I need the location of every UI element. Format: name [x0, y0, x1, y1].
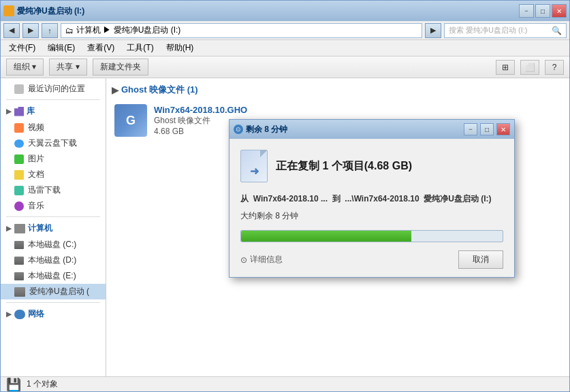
sidebar-item-images[interactable]: 图片 [1, 151, 106, 167]
image-icon [14, 154, 24, 164]
title-bar: 愛纯净U盘启动 (I:) － □ ✕ [1, 1, 569, 21]
cancel-button[interactable]: 取消 [458, 250, 503, 269]
back-button[interactable]: ◀ [3, 23, 20, 38]
up-button[interactable]: ↑ [42, 23, 58, 38]
recent-section: 最近访问的位置 [1, 81, 106, 100]
sidebar-item-downloads[interactable]: 迅雷下载 [1, 182, 106, 198]
from-path: Win7x64-2018.10 ... [253, 194, 328, 203]
usb-icon [14, 287, 25, 297]
minimize-button[interactable]: － [519, 4, 534, 18]
dialog-from-to: 从 Win7x64-2018.10 ... 到 ...\Win7x64-2018… [240, 193, 503, 205]
doc-icon [14, 170, 24, 180]
library-header[interactable]: ▶ 库 [1, 103, 106, 120]
content-area: ▶ Ghost 映像文件 (1) Win7x64-2018.10.GHO Gho… [106, 78, 569, 376]
file-icon [114, 104, 147, 137]
status-count: 1 个对象 [27, 378, 58, 390]
sidebar-item-video[interactable]: 视频 [1, 120, 106, 135]
progress-fill [241, 231, 411, 242]
new-folder-button[interactable]: 新建文件夹 [93, 59, 148, 76]
progress-bar [240, 230, 503, 242]
computer-icon [14, 224, 25, 233]
to-path: ...\Win7x64-2018.10 [345, 194, 419, 203]
sidebar-downloads-label: 迅雷下载 [28, 184, 61, 196]
address-bar: ◀ ▶ ↑ 🗂 计算机 ▶ 愛纯净U盘启动 (I:) ▶ 搜索 愛纯净U盘启动 … [1, 21, 569, 40]
sidebar-item-drive-d[interactable]: 本地磁盘 (D:) [1, 252, 106, 268]
menu-tools[interactable]: 工具(T) [121, 41, 159, 55]
sidebar-network-label: 网络 [28, 308, 44, 320]
sidebar-item-recent[interactable]: 最近访问的位置 [1, 81, 106, 97]
menu-view[interactable]: 查看(V) [82, 41, 120, 55]
dialog-title: 剩余 8 分钟 [246, 124, 461, 135]
library-icon [14, 107, 24, 116]
drive-status-icon: 💾 [6, 377, 21, 392]
maximize-button[interactable]: □ [535, 4, 550, 18]
copy-icon: ➜ [240, 150, 268, 182]
sidebar-item-drive-e[interactable]: 本地磁盘 (E:) [1, 268, 106, 284]
pane-button[interactable]: ⬜ [520, 60, 539, 75]
sidebar-item-drive-c[interactable]: 本地磁盘 (C:) [1, 237, 106, 252]
sidebar-recent-label: 最近访问的位置 [28, 83, 85, 95]
sidebar: 最近访问的位置 ▶ 库 视频 天翼云盘下载 [1, 78, 106, 376]
drive-c-icon [14, 241, 24, 249]
from-label: 从 [240, 194, 249, 203]
detail-button[interactable]: ⊙ 详细信息 [240, 254, 283, 265]
recent-icon [14, 84, 24, 94]
sidebar-video-label: 视频 [28, 122, 44, 133]
dialog-body: ➜ 正在复制 1 个项目(4.68 GB) 从 Win7x64-2018.10 … [229, 139, 514, 277]
time-text: 大约剩余 8 分钟 [240, 211, 298, 220]
sidebar-drive-d-label: 本地磁盘 (D:) [28, 255, 76, 266]
detail-label: 详细信息 [250, 254, 283, 265]
sidebar-computer-label: 计算机 [28, 223, 52, 234]
dialog-maximize-button[interactable]: □ [480, 123, 494, 135]
sidebar-item-drive-i[interactable]: 爱纯净U盘启动 ( [1, 284, 106, 299]
dialog-time: 大约剩余 8 分钟 [240, 210, 503, 222]
drive-d-icon [14, 257, 24, 265]
sidebar-music-label: 音乐 [28, 200, 44, 212]
share-button[interactable]: 共享 ▾ [49, 59, 86, 76]
dialog-main-label: 正在复制 1 个项目(4.68 GB) [276, 159, 412, 174]
video-icon [14, 123, 24, 133]
dialog-icon: ⊙ [234, 125, 243, 134]
view-icon-button[interactable]: ⊞ [496, 60, 515, 75]
sidebar-library-label: 库 [27, 105, 35, 117]
folder-icon-address: 🗂 [65, 26, 74, 35]
address-field[interactable]: 🗂 计算机 ▶ 愛纯净U盘启动 (I:) [61, 23, 422, 38]
organize-button[interactable]: 组织 ▾ [6, 59, 44, 76]
menu-help[interactable]: 帮助(H) [161, 41, 200, 55]
music-icon [14, 201, 24, 211]
dialog-minimize-button[interactable]: － [464, 123, 477, 135]
sidebar-cloud-label: 天翼云盘下载 [28, 137, 77, 149]
search-icon: 🔍 [552, 26, 562, 35]
dialog-title-bar: ⊙ 剩余 8 分钟 － □ ✕ [229, 120, 514, 139]
copy-dialog: ⊙ 剩余 8 分钟 － □ ✕ ➜ 正在复制 1 个项目(4.68 GB) [229, 119, 515, 278]
sidebar-item-music[interactable]: 音乐 [1, 198, 106, 214]
menu-file[interactable]: 文件(F) [3, 41, 41, 55]
file-name: Win7x64-2018.10.GHO [154, 105, 561, 115]
window-controls: － □ ✕ [519, 4, 567, 18]
menu-edit[interactable]: 编辑(E) [42, 41, 80, 55]
download-icon [14, 186, 24, 195]
sidebar-item-cloud[interactable]: 天翼云盘下载 [1, 135, 106, 151]
sidebar-images-label: 图片 [28, 153, 44, 165]
help-button[interactable]: ? [545, 60, 564, 75]
dialog-footer: ⊙ 详细信息 取消 [240, 250, 503, 269]
go-button[interactable]: ▶ [425, 23, 441, 38]
address-path: 计算机 ▶ 愛纯净U盘启动 (I:) [76, 24, 180, 36]
cloud-icon [14, 140, 24, 148]
search-text: 搜索 愛纯净U盘启动 (I:) [449, 25, 528, 35]
toolbar: 组织 ▾ 共享 ▾ 新建文件夹 ⊞ ⬜ ? [1, 56, 569, 78]
chevron-detail-icon: ⊙ [240, 255, 247, 265]
main-area: 最近访问的位置 ▶ 库 视频 天翼云盘下载 [1, 78, 569, 376]
menu-bar: 文件(F) 编辑(E) 查看(V) 工具(T) 帮助(H) [1, 40, 569, 56]
forward-button[interactable]: ▶ [22, 23, 39, 38]
sidebar-item-docs[interactable]: 文档 [1, 167, 106, 182]
chevron-icon: ▶ [112, 85, 118, 95]
network-header[interactable]: ▶ 网络 [1, 306, 106, 323]
computer-header[interactable]: ▶ 计算机 [1, 220, 106, 237]
search-field[interactable]: 搜索 愛纯净U盘启动 (I:) 🔍 [444, 23, 567, 38]
dialog-close-button[interactable]: ✕ [496, 123, 510, 135]
close-button[interactable]: ✕ [552, 4, 567, 18]
sidebar-separator [6, 99, 100, 100]
computer-chevron: ▶ [6, 225, 12, 232]
library-chevron: ▶ [6, 108, 12, 115]
